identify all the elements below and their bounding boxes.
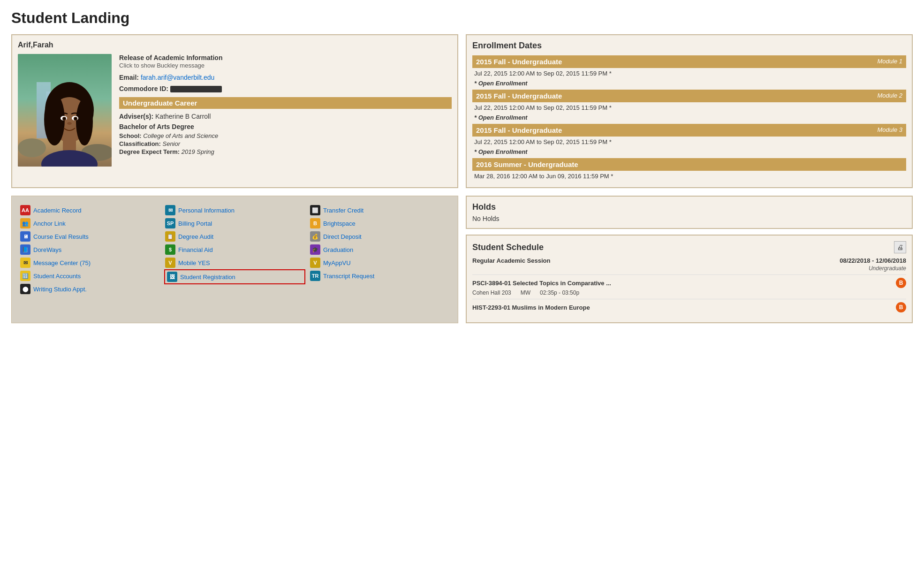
page-title: Student Landing <box>11 9 913 27</box>
quicklink-icon-2: 💰 <box>310 231 320 242</box>
holds-title: Holds <box>472 202 906 212</box>
svg-point-3 <box>18 138 46 157</box>
enrollment-term-2: 2015 Fall - UndergraduateModule 3Jul 22,… <box>472 124 906 156</box>
school-field: School: College of Arts and Science <box>119 132 452 139</box>
enrollment-dates-3: Mar 28, 2016 12:00 AM to Jun 09, 2016 11… <box>472 172 906 181</box>
quicklink-label-0[interactable]: Transfer Credit <box>323 207 364 214</box>
enrollment-dates-1: Jul 22, 2015 12:00 AM to Sep 02, 2015 11… <box>472 103 906 112</box>
quicklink-label-2[interactable]: Course Eval Results <box>33 233 89 240</box>
quicklink-icon-3: $ <box>165 244 175 255</box>
quicklink-label-6[interactable]: Writing Studio Appt. <box>33 286 87 293</box>
quicklinks-col2: ✉Personal InformationSPBilling Portal📋De… <box>164 204 305 296</box>
quicklink-label-0[interactable]: Personal Information <box>178 207 235 214</box>
course-list: PSCI-3894-01 Selected Topics in Comparat… <box>472 274 906 317</box>
quicklink-item-quicklinks-col1-4[interactable]: ✉Message Center (75) <box>19 256 160 269</box>
quicklink-icon-5: TR <box>310 271 320 281</box>
quicklink-item-quicklinks-col1-5[interactable]: 🔢Student Accounts <box>19 269 160 282</box>
quicklinks-col3: ⬜Transfer CreditBBrightspace💰Direct Depo… <box>309 204 450 296</box>
quicklink-item-quicklinks-col1-1[interactable]: 👥Anchor Link <box>19 217 160 230</box>
quicklink-icon-1: SP <box>165 218 175 228</box>
quicklink-icon-4: V <box>310 258 320 268</box>
enrollment-module-2: Module 3 <box>878 126 902 133</box>
classification-field: Classification: Senior <box>119 140 452 147</box>
quicklink-label-5[interactable]: Transcript Request <box>323 273 374 280</box>
quicklink-item-quicklinks-col3-5[interactable]: TRTranscript Request <box>309 269 450 282</box>
course-title-0: PSCI-3894-01 Selected Topics in Comparat… <box>472 280 611 287</box>
session-type: Undergraduate <box>472 265 906 272</box>
quicklink-item-quicklinks-col1-6[interactable]: ⬤Writing Studio Appt. <box>19 282 160 296</box>
holds-card: Holds No Holds <box>466 196 913 229</box>
email-label: Email: <box>119 74 139 81</box>
session-label: Regular Academic Session <box>472 257 550 264</box>
quicklink-label-4[interactable]: Mobile YES <box>178 259 210 266</box>
quicklink-item-quicklinks-col2-1[interactable]: SPBilling Portal <box>164 217 305 230</box>
quicklink-label-1[interactable]: Brightspace <box>323 220 356 227</box>
course-details-0: Cohen Hall 203MW02:35p - 03:50p <box>472 289 906 296</box>
degree-expect-field: Degree Expect Term: 2019 Spring <box>119 148 452 155</box>
course-badge-0: B <box>896 278 906 288</box>
quicklink-icon-0: AA <box>20 205 30 215</box>
quicklink-icon-5: 🔢 <box>20 271 30 281</box>
commodore-id-redacted <box>170 86 222 92</box>
email-link[interactable]: farah.arif@vanderbilt.edu <box>141 74 214 81</box>
quicklink-item-quicklinks-col1-2[interactable]: 🖥Course Eval Results <box>19 230 160 243</box>
quicklink-item-quicklinks-col2-0[interactable]: ✉Personal Information <box>164 204 305 217</box>
quicklink-label-3[interactable]: Graduation <box>323 246 353 253</box>
svg-point-8 <box>76 99 93 145</box>
student-details: Release of Academic Information Click to… <box>119 54 452 167</box>
quicklink-item-quicklinks-col1-3[interactable]: 📘DoreWays <box>19 243 160 256</box>
open-enrollment-0: * Open Enrollment <box>472 79 906 88</box>
schedule-card: Student Schedule 🖨 Regular Academic Sess… <box>466 235 913 323</box>
enrollment-term-name-2: 2015 Fall - UndergraduateModule 3 <box>472 124 906 137</box>
commodore-label: Commodore ID: <box>119 85 168 92</box>
quicklink-item-quicklinks-col3-3[interactable]: 🎓Graduation <box>309 243 450 256</box>
course-days-0: MW <box>521 289 530 296</box>
quicklink-item-quicklinks-col1-0[interactable]: AAAcademic Record <box>19 204 160 217</box>
course-location-0: Cohen Hall 203 <box>472 289 511 296</box>
quicklinks-grid: AAAcademic Record👥Anchor Link🖥Course Eva… <box>19 204 450 296</box>
course-title-row-0: PSCI-3894-01 Selected Topics in Comparat… <box>472 278 906 288</box>
enrollment-term-name-3: 2016 Summer - Undergraduate <box>472 158 906 171</box>
quicklink-icon-3: 🎓 <box>310 244 320 255</box>
quicklink-label-3[interactable]: DoreWays <box>33 246 61 253</box>
quicklinks-col1: AAAcademic Record👥Anchor Link🖥Course Eva… <box>19 204 160 296</box>
student-info-card: Arif,Farah <box>11 34 458 188</box>
career-header: Undergraduate Career <box>119 97 452 109</box>
quicklink-label-2[interactable]: Degree Audit <box>178 233 213 240</box>
quicklink-label-0[interactable]: Academic Record <box>33 207 82 214</box>
degree-title: Bachelor of Arts Degree <box>119 123 452 130</box>
quicklink-label-5[interactable]: Student Registration <box>180 274 235 281</box>
svg-point-15 <box>63 118 65 120</box>
quicklink-item-quicklinks-col3-1[interactable]: BBrightspace <box>309 217 450 230</box>
quicklinks-card: AAAcademic Record👥Anchor Link🖥Course Eva… <box>11 196 458 323</box>
schedule-title: Student Schedule <box>472 243 544 252</box>
quicklink-label-2[interactable]: Direct Deposit <box>323 233 362 240</box>
quicklink-item-quicklinks-col2-5[interactable]: 🖼Student Registration <box>164 269 305 284</box>
quicklink-label-1[interactable]: Billing Portal <box>178 220 212 227</box>
quicklink-item-quicklinks-col3-2[interactable]: 💰Direct Deposit <box>309 230 450 243</box>
quicklink-icon-0: ⬜ <box>310 205 320 215</box>
quicklink-item-quicklinks-col3-4[interactable]: VMyAppVU <box>309 256 450 269</box>
enrollment-term-0: 2015 Fall - UndergraduateModule 1Jul 22,… <box>472 55 906 88</box>
course-item-1: HIST-2293-01 Muslims in Modern EuropeB <box>472 299 906 317</box>
adviser-value: Katherine B Carroll <box>155 113 211 120</box>
open-enrollment-2: * Open Enrollment <box>472 147 906 156</box>
quicklink-icon-1: 👥 <box>20 218 30 228</box>
quicklink-label-4[interactable]: MyAppVU <box>323 259 351 266</box>
quicklink-label-3[interactable]: Financial Aid <box>178 246 213 253</box>
quicklink-item-quicklinks-col2-2[interactable]: 📋Degree Audit <box>164 230 305 243</box>
quicklink-icon-3: 📘 <box>20 244 30 255</box>
student-photo <box>18 54 112 167</box>
quicklink-item-quicklinks-col2-3[interactable]: $Financial Aid <box>164 243 305 256</box>
enrollment-term-name-1: 2015 Fall - UndergraduateModule 2 <box>472 90 906 102</box>
quicklink-label-4[interactable]: Message Center (75) <box>33 259 91 266</box>
quicklink-icon-4: ✉ <box>20 258 30 268</box>
right-bottom-section: Holds No Holds Student Schedule 🖨 Regula… <box>466 196 913 323</box>
print-button[interactable]: 🖨 <box>894 241 906 253</box>
course-title-row-1: HIST-2293-01 Muslims in Modern EuropeB <box>472 302 906 312</box>
quicklink-item-quicklinks-col3-0[interactable]: ⬜Transfer Credit <box>309 204 450 217</box>
quicklink-label-1[interactable]: Anchor Link <box>33 220 66 227</box>
quicklink-item-quicklinks-col2-4[interactable]: VMobile YES <box>164 256 305 269</box>
quicklink-label-5[interactable]: Student Accounts <box>33 273 81 280</box>
enrollment-term-3: 2016 Summer - UndergraduateMar 28, 2016 … <box>472 158 906 181</box>
